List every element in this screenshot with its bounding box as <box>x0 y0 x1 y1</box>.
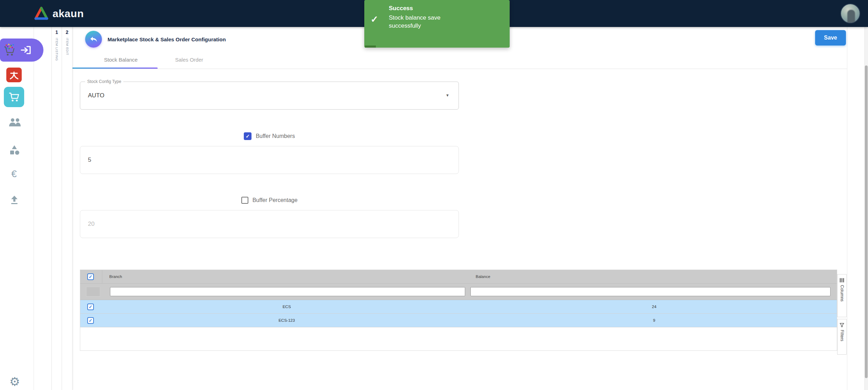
buffer-percentage-input[interactable] <box>80 210 459 238</box>
toast-check-icon: ✓ <box>371 14 389 30</box>
table-row[interactable]: ✓ ECS 24 <box>80 300 837 314</box>
back-arrow-icon <box>89 35 98 43</box>
row-checkbox[interactable]: ✓ <box>87 317 94 324</box>
page-title: Marketplace Stock & Sales Order Configur… <box>108 36 226 42</box>
tab-stock-balance[interactable]: Stock Balance <box>87 57 155 67</box>
sidebar-item-shop-cart[interactable] <box>4 87 24 107</box>
brand-triangle-icon <box>34 7 49 21</box>
sidebar-item-items[interactable] <box>9 145 20 155</box>
buffer-percentage-label: Buffer Percentage <box>253 197 298 203</box>
brand-logo: akaun <box>34 7 84 21</box>
gear-icon: ⚙ <box>9 375 20 389</box>
stock-config-type-select[interactable]: Stock Config Type AUTO ▼ <box>80 82 459 110</box>
users-icon <box>8 118 21 127</box>
chevron-down-icon: ▼ <box>446 93 449 97</box>
sidebar-item-settings[interactable]: ⚙ <box>8 375 21 388</box>
table-header-row: ✓ Branch Balance <box>80 270 837 283</box>
app: akaun Success ✓ Stock balance save succe… <box>0 0 868 390</box>
branch-filter-input[interactable] <box>110 287 465 296</box>
wizard-tab-number: 2 <box>66 29 69 35</box>
sidebar-item-users[interactable] <box>8 118 21 127</box>
column-header-branch[interactable]: Branch <box>102 270 471 283</box>
row-checkbox[interactable]: ✓ <box>87 304 94 310</box>
buffer-numbers-input[interactable] <box>80 146 459 174</box>
cart-icon <box>8 91 20 103</box>
back-button[interactable] <box>85 31 102 48</box>
toast-title: Success <box>389 5 503 12</box>
sidebar-item-marketplace[interactable] <box>0 39 43 62</box>
wizard-tab-label: ITEM EDIT <box>66 38 69 55</box>
toast-message: Stock balance save successfully <box>389 14 473 30</box>
columns-icon <box>840 278 844 283</box>
column-header-balance[interactable]: Balance <box>471 274 837 279</box>
buffer-percentage-checkbox[interactable] <box>241 197 248 204</box>
sidebar-item-red-app[interactable] <box>6 68 22 82</box>
success-toast: Success ✓ Stock balance save successfull… <box>364 0 510 48</box>
scrollbar-thumb[interactable] <box>865 65 868 378</box>
wizard-tab-number: 1 <box>55 29 58 35</box>
buffer-numbers-row: ✓ Buffer Numbers <box>80 132 459 140</box>
cart-confetti-icon <box>3 43 16 57</box>
wizard-tab-item-edit[interactable]: 2 ITEM EDIT <box>62 27 73 390</box>
filter-checkbox-placeholder <box>86 287 100 297</box>
columns-tab-label: Columns <box>840 285 845 301</box>
cell-balance: 24 <box>471 305 837 309</box>
upload-icon <box>9 195 19 205</box>
stock-config-type-label: Stock Config Type <box>85 79 123 84</box>
cell-balance: 9 <box>471 318 837 322</box>
brand-name: akaun <box>53 8 84 20</box>
filters-panel-tab[interactable]: Filters <box>837 319 847 355</box>
buffer-numbers-label: Buffer Numbers <box>256 133 295 139</box>
wizard-tab-label: ITEM LISTING <box>55 38 58 61</box>
content-right-divider <box>847 27 847 390</box>
balance-filter-input[interactable] <box>470 287 831 296</box>
buffer-numbers-checkbox[interactable]: ✓ <box>244 132 252 140</box>
login-arrow-icon <box>20 45 32 55</box>
shapes-icon <box>9 145 20 155</box>
cell-branch: ECS <box>102 300 471 313</box>
filters-tab-label: Filters <box>840 330 845 341</box>
sidebar: € ⚙ <box>0 27 34 390</box>
tab-divider <box>73 69 847 69</box>
save-button[interactable]: Save <box>815 30 846 46</box>
vertical-scrollbar[interactable] <box>864 27 868 390</box>
branch-balance-table: ✓ Branch Balance ✓ ECS 24 ✓ ECS-123 9 <box>80 270 837 351</box>
table-filter-row <box>80 283 837 300</box>
table-row[interactable]: ✓ ECS-123 9 <box>80 314 837 327</box>
cell-branch: ECS-123 <box>102 314 471 327</box>
sidebar-item-upload[interactable] <box>9 195 19 205</box>
user-avatar[interactable] <box>840 4 860 23</box>
red-app-icon <box>9 70 19 80</box>
toast-progress-bar <box>365 46 376 48</box>
stock-config-type-value: AUTO <box>88 92 104 99</box>
filter-funnel-icon <box>840 323 844 327</box>
buffer-percentage-row: Buffer Percentage <box>80 197 459 204</box>
wizard-tab-item-listing[interactable]: 1 ITEM LISTING <box>51 27 62 390</box>
tab-sales-order[interactable]: Sales Order <box>164 57 215 67</box>
select-all-checkbox[interactable]: ✓ <box>87 273 94 280</box>
columns-panel-tab[interactable]: Columns <box>837 274 847 317</box>
euro-icon: € <box>11 168 17 180</box>
sidebar-item-finance[interactable]: € <box>8 168 20 180</box>
